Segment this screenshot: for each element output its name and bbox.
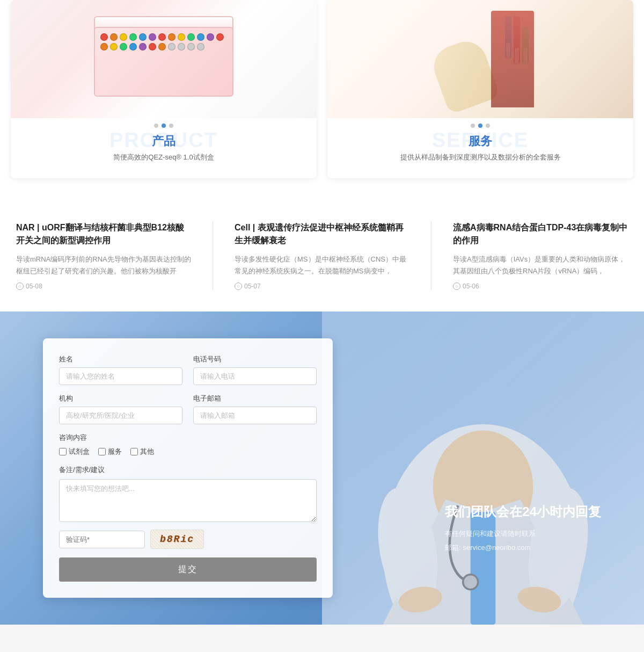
org-input[interactable] xyxy=(59,407,182,424)
checkbox-other-label: 其他 xyxy=(140,447,154,457)
product-service-section: PRODUCT 产品 简便高效的QEZ-seq® 1.0试剂盒 xyxy=(0,0,644,200)
dot-2[interactable] xyxy=(162,124,166,128)
service-carousel-dots[interactable] xyxy=(327,124,633,128)
contact-form-card: 姓名 电话号码 机构 电子邮箱 xyxy=(43,338,333,598)
sdot-1[interactable] xyxy=(471,124,475,128)
checkbox-group: 试剂盒 服务 其他 xyxy=(59,447,317,457)
news-meta-2: ○ 05-07 xyxy=(235,282,409,290)
checkbox-other-input[interactable] xyxy=(130,448,138,455)
captcha-text: b8Ric xyxy=(160,534,194,545)
name-label: 姓名 xyxy=(59,354,182,364)
news-excerpt-1: 导读mRNA编码序列前的RNA先导物作为基因表达控制的枢纽已经引起了研究者们的兴… xyxy=(16,253,191,277)
news-date-2: 05-07 xyxy=(244,282,261,290)
contact-info-title: 我们团队会在24小时内回复 xyxy=(445,503,601,520)
captcha-row: b8Ric xyxy=(59,530,317,549)
email-input[interactable] xyxy=(193,407,317,424)
checkbox-reagent-input[interactable] xyxy=(59,448,67,455)
content-section: 咨询内容 试剂盒 服务 其他 xyxy=(59,433,317,457)
contact-section-inner: 姓名 电话号码 机构 电子邮箱 xyxy=(0,338,644,598)
news-title-2: Cell | 表观遗传疗法促进中枢神经系统髓鞘再生并缓解衰老 xyxy=(235,221,409,247)
org-group: 机构 xyxy=(59,394,182,424)
phone-input[interactable] xyxy=(193,367,317,385)
product-box-visual xyxy=(89,16,239,102)
name-group: 姓名 xyxy=(59,354,182,385)
contact-info-line2: 邮箱: service@neoribo.com xyxy=(445,541,601,555)
notes-label: 备注/需求/建议 xyxy=(59,465,317,475)
service-image xyxy=(327,0,633,118)
checkbox-other[interactable]: 其他 xyxy=(130,447,154,457)
notes-textarea[interactable] xyxy=(59,479,317,522)
checkbox-reagent-label: 试剂盒 xyxy=(69,447,90,457)
dot-3[interactable] xyxy=(169,124,173,128)
product-image xyxy=(11,0,317,118)
news-excerpt-3: 导读A型流感病毒（IAVs）是重要的人类和动物病原体，其基因组由八个负极性RNA… xyxy=(453,253,628,277)
contact-info-block: 我们团队会在24小时内回复 有任何疑问和建议请随时联系 邮箱: service@… xyxy=(445,503,601,555)
org-label: 机构 xyxy=(59,394,182,403)
news-date-3: 05-06 xyxy=(463,282,479,290)
product-title: 产品 xyxy=(11,133,317,149)
service-subtitle: 提供从样品制备到深度测序以及数据分析的全套服务 xyxy=(327,153,633,162)
ps-grid: PRODUCT 产品 简便高效的QEZ-seq® 1.0试剂盒 xyxy=(0,0,644,178)
service-title-area: SERVICE 服务 xyxy=(327,133,633,149)
service-card[interactable]: SERVICE 服务 提供从样品制备到深度测序以及数据分析的全套服务 xyxy=(327,0,633,178)
service-title: 服务 xyxy=(327,133,633,149)
news-meta-1: ○ 05-08 xyxy=(16,282,191,290)
phone-label: 电话号码 xyxy=(193,354,317,364)
form-row-1: 姓名 电话号码 xyxy=(59,354,317,385)
captcha-image[interactable]: b8Ric xyxy=(150,530,204,549)
content-label: 咨询内容 xyxy=(59,433,317,443)
notes-section: 备注/需求/建议 xyxy=(59,465,317,524)
contact-section: 姓名 电话号码 机构 电子邮箱 xyxy=(0,311,644,625)
form-row-2: 机构 电子邮箱 xyxy=(59,394,317,424)
contact-info-line1: 有任何疑问和建议请随时联系 xyxy=(445,527,601,541)
news-excerpt-2: 导读多发性硬化症（MS）是中枢神经系统（CNS）中最常见的神经系统疾病之一。在脱… xyxy=(235,253,409,277)
news-item-3[interactable]: 流感A病毒RNA结合蛋白TDP-43在病毒复制中的作用 导读A型流感病毒（IAV… xyxy=(448,221,633,290)
news-section: NAR | uORF翻译与结核杆菌非典型B12核酸开关之间的新型调控作用 导读m… xyxy=(0,200,644,311)
product-title-area: PRODUCT 产品 xyxy=(11,133,317,149)
checkbox-service-input[interactable] xyxy=(98,448,106,455)
sdot-3[interactable] xyxy=(486,124,490,128)
news-title-3: 流感A病毒RNA结合蛋白TDP-43在病毒复制中的作用 xyxy=(453,221,628,247)
news-meta-3: ○ 05-06 xyxy=(453,282,628,290)
news-divider-2 xyxy=(431,221,431,290)
clock-icon-1: ○ xyxy=(16,282,24,290)
product-carousel-dots[interactable] xyxy=(11,124,317,128)
email-group: 电子邮箱 xyxy=(193,394,317,424)
sdot-2[interactable] xyxy=(478,124,482,128)
phone-group: 电话号码 xyxy=(193,354,317,385)
clock-icon-3: ○ xyxy=(453,282,460,290)
submit-button[interactable]: 提交 xyxy=(59,557,317,582)
checkbox-reagent[interactable]: 试剂盒 xyxy=(59,447,90,457)
news-divider-1 xyxy=(213,221,213,290)
clock-icon-2: ○ xyxy=(235,282,242,290)
product-card[interactable]: PRODUCT 产品 简便高效的QEZ-seq® 1.0试剂盒 xyxy=(11,0,317,178)
email-label: 电子邮箱 xyxy=(193,394,317,403)
news-title-1: NAR | uORF翻译与结核杆菌非典型B12核酸开关之间的新型调控作用 xyxy=(16,221,191,247)
checkbox-service[interactable]: 服务 xyxy=(98,447,122,457)
dot-1[interactable] xyxy=(154,124,158,128)
pipette-visual xyxy=(427,11,534,107)
news-grid: NAR | uORF翻译与结核杆菌非典型B12核酸开关之间的新型调控作用 导读m… xyxy=(11,221,633,290)
news-item-2[interactable]: Cell | 表观遗传疗法促进中枢神经系统髓鞘再生并缓解衰老 导读多发性硬化症（… xyxy=(229,221,415,290)
contact-form-wrapper: 姓名 电话号码 机构 电子邮箱 xyxy=(43,338,333,598)
product-subtitle: 简便高效的QEZ-seq® 1.0试剂盒 xyxy=(11,153,317,162)
checkbox-service-label: 服务 xyxy=(108,447,122,457)
news-item-1[interactable]: NAR | uORF翻译与结核杆菌非典型B12核酸开关之间的新型调控作用 导读m… xyxy=(11,221,196,290)
news-date-1: 05-08 xyxy=(26,282,42,290)
name-input[interactable] xyxy=(59,367,182,385)
captcha-input[interactable] xyxy=(59,531,145,548)
